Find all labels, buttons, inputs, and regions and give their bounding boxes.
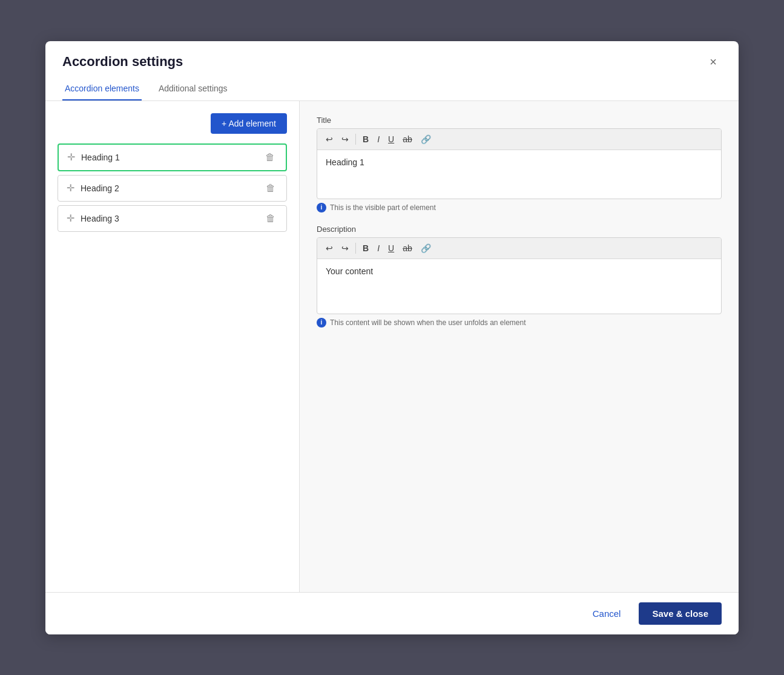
info-icon: i	[317, 203, 326, 212]
delete-item-2-button[interactable]: 🗑	[263, 182, 278, 195]
desc-redo-button[interactable]: ↪	[338, 242, 352, 255]
description-hint: i This content will be shown when the us…	[317, 318, 722, 328]
left-panel: + Add element ✛ Heading 1 🗑 ✛ Heading 2 …	[45, 101, 300, 592]
title-strikethrough-button[interactable]: ab	[399, 133, 416, 146]
description-section: Description ↩ ↪ B I U ab 🔗 Your content	[317, 225, 722, 328]
modal-title: Accordion settings	[62, 54, 183, 70]
title-link-button[interactable]: 🔗	[417, 133, 435, 146]
accordion-item-1[interactable]: ✛ Heading 1 🗑	[58, 143, 287, 171]
title-label: Title	[317, 116, 722, 125]
title-editor-content[interactable]: Heading 1	[317, 150, 721, 199]
drag-handle-icon: ✛	[67, 182, 74, 194]
desc-bold-button[interactable]: B	[359, 242, 372, 255]
title-section: Title ↩ ↪ B I U ab 🔗 Heading 1 i	[317, 116, 722, 212]
desc-italic-button[interactable]: I	[374, 242, 383, 255]
title-redo-button[interactable]: ↪	[338, 133, 352, 146]
description-label: Description	[317, 225, 722, 234]
drag-handle-icon: ✛	[67, 212, 74, 224]
delete-item-1-button[interactable]: 🗑	[263, 151, 277, 164]
tabs-bar: Accordion elements Additional settings	[45, 77, 739, 101]
toolbar-separator	[355, 243, 356, 254]
title-bold-button[interactable]: B	[359, 133, 372, 146]
cancel-button[interactable]: Cancel	[583, 602, 631, 625]
description-editor-content[interactable]: Your content	[317, 259, 721, 314]
desc-underline-button[interactable]: U	[384, 242, 398, 255]
desc-strikethrough-button[interactable]: ab	[399, 242, 416, 255]
title-toolbar: ↩ ↪ B I U ab 🔗	[317, 129, 721, 150]
title-editor: ↩ ↪ B I U ab 🔗 Heading 1	[317, 128, 722, 199]
tab-additional-settings[interactable]: Additional settings	[156, 77, 230, 100]
close-button[interactable]: ×	[705, 53, 722, 70]
title-underline-button[interactable]: U	[384, 133, 398, 146]
item-label-1: Heading 1	[81, 153, 120, 162]
modal-header: Accordion settings ×	[45, 41, 739, 70]
modal-body: + Add element ✛ Heading 1 🗑 ✛ Heading 2 …	[45, 101, 739, 592]
description-toolbar: ↩ ↪ B I U ab 🔗	[317, 238, 721, 259]
info-icon: i	[317, 318, 326, 328]
title-hint: i This is the visible part of element	[317, 203, 722, 212]
delete-item-3-button[interactable]: 🗑	[263, 212, 278, 225]
right-panel: Title ↩ ↪ B I U ab 🔗 Heading 1 i	[300, 101, 739, 592]
description-editor: ↩ ↪ B I U ab 🔗 Your content	[317, 237, 722, 314]
desc-link-button[interactable]: 🔗	[417, 242, 435, 255]
accordion-item-2[interactable]: ✛ Heading 2 🗑	[58, 175, 287, 202]
desc-undo-button[interactable]: ↩	[322, 242, 337, 255]
save-button[interactable]: Save & close	[639, 602, 722, 625]
tab-accordion-elements[interactable]: Accordion elements	[62, 77, 142, 100]
modal-footer: Cancel Save & close	[45, 592, 739, 634]
title-italic-button[interactable]: I	[374, 133, 383, 146]
toolbar-separator	[355, 134, 356, 145]
accordion-list: ✛ Heading 1 🗑 ✛ Heading 2 🗑 ✛ Headin	[58, 143, 287, 232]
item-label-3: Heading 3	[81, 214, 119, 223]
accordion-item-3[interactable]: ✛ Heading 3 🗑	[58, 205, 287, 232]
item-label-2: Heading 2	[81, 183, 119, 193]
title-undo-button[interactable]: ↩	[322, 133, 337, 146]
add-element-button[interactable]: + Add element	[211, 113, 287, 134]
drag-handle-icon: ✛	[67, 151, 75, 163]
accordion-settings-modal: Accordion settings × Accordion elements …	[45, 41, 739, 634]
